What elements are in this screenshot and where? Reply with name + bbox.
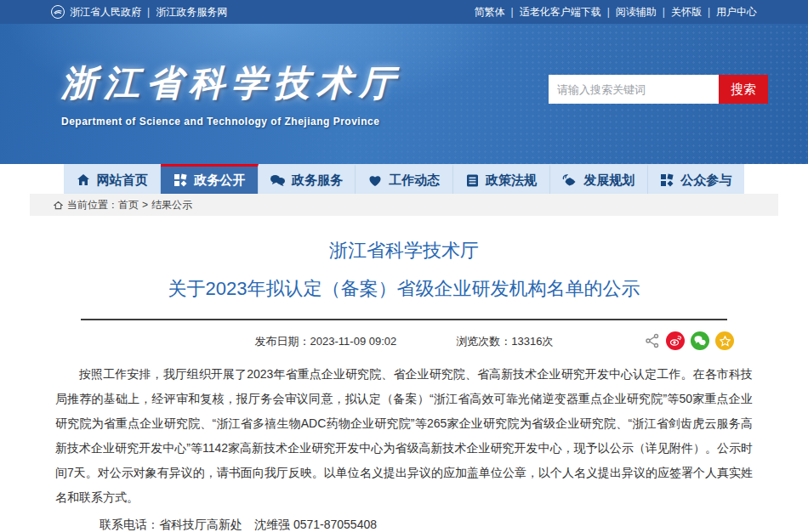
topbar-separator: | — [147, 6, 150, 18]
contact-info: 联系电话：省科技厅高新处 沈维强 0571-87055408 监督电话：省科技厅… — [55, 513, 753, 532]
site-logo[interactable]: 浙江省科学技术厅 Department of Science and Techn… — [61, 59, 401, 127]
nav-item-public-participation[interactable]: 公众参与 — [648, 164, 744, 194]
article-content: 浙江省科学技术厅 关于2023年拟认定（备案）省级企业研发机构名单的公示 发布日… — [55, 216, 753, 532]
handshake-icon — [562, 174, 577, 187]
link-user-center[interactable]: 用户中心 — [716, 5, 757, 20]
nav-item-development-plans[interactable]: 发展规划 — [550, 164, 647, 194]
link-zhejiang-service[interactable]: 浙江政务服务网 — [156, 5, 227, 20]
search-box: 搜索 — [549, 75, 768, 104]
document-icon — [466, 174, 479, 187]
breadcrumb-home-icon — [54, 201, 63, 210]
site-subtitle-english: Department of Science and Technology of … — [61, 116, 401, 127]
nav-label: 网站首页 — [97, 173, 148, 189]
public-participation-icon — [660, 173, 674, 187]
wechat-share-icon[interactable] — [691, 331, 709, 350]
share-icon[interactable] — [645, 333, 660, 348]
share-buttons — [645, 331, 734, 350]
breadcrumb: 当前位置： 首页 > 结果公示 — [30, 194, 778, 216]
nav-item-policies[interactable]: 政策法规 — [453, 164, 550, 194]
link-elderly-client-download[interactable]: 适老化客户端下载 — [520, 5, 601, 20]
article-title-line2: 关于2023年拟认定（备案）省级企业研发机构名单的公示 — [55, 276, 753, 302]
breadcrumb-current: 结果公示 — [151, 198, 192, 212]
link-care-version[interactable]: 关怀版 — [671, 5, 702, 20]
topbar-left-links: 浙江省人民政府 | 浙江政务服务网 — [51, 5, 227, 20]
weibo-share-icon[interactable] — [666, 331, 685, 350]
search-input[interactable] — [549, 75, 719, 104]
qzone-share-icon[interactable] — [715, 331, 734, 350]
chat-bubbles-icon — [270, 174, 285, 187]
main-navigation: 网站首页 政务公开 政务服务 工作动态 政策法规 发展规划 公众参与 — [64, 164, 744, 194]
site-title: 浙江省科学技术厅 — [61, 59, 401, 107]
nav-label: 政务服务 — [292, 173, 343, 189]
article-title-line1: 浙江省科学技术厅 — [55, 238, 753, 263]
nav-item-gov-services[interactable]: 政务服务 — [259, 164, 356, 194]
header-banner: 浙江省科学技术厅 Department of Science and Techn… — [0, 24, 808, 164]
article-meta: 发布日期：2023-11-09 09:02 浏览次数：13316次 — [55, 331, 753, 352]
link-reading-assist[interactable]: 阅读辅助 — [616, 5, 657, 20]
nav-label: 工作动态 — [389, 173, 440, 189]
nav-label: 政务公开 — [194, 173, 245, 189]
home-icon — [77, 173, 90, 187]
gov-emblem-icon — [51, 5, 65, 19]
link-zhejiang-gov[interactable]: 浙江省人民政府 — [70, 5, 141, 20]
article-paragraph: 按照工作安排，我厅组织开展了2023年省重点企业研究院、省企业研究院、省高新技术… — [55, 362, 753, 510]
publish-date: 发布日期：2023-11-09 09:02 — [255, 334, 397, 349]
topbar-right-links: 简繁体 | 适老化客户端下载 | 阅读辅助 | 关怀版 | 用户中心 — [475, 5, 758, 20]
breadcrumb-prefix: 当前位置： — [67, 198, 118, 212]
top-utility-bar: 浙江省人民政府 | 浙江政务服务网 简繁体 | 适老化客户端下载 | 阅读辅助 … — [0, 0, 808, 24]
link-simplified-traditional[interactable]: 简繁体 — [475, 5, 505, 20]
nav-item-home[interactable]: 网站首页 — [64, 164, 161, 194]
heart-icon — [368, 174, 382, 187]
nav-label: 政策法规 — [486, 173, 537, 189]
contact-phone: 联系电话：省科技厅高新处 沈维强 0571-87055408 — [100, 513, 753, 532]
breadcrumb-separator: > — [142, 199, 148, 211]
nav-item-gov-disclosure[interactable]: 政务公开 — [161, 164, 258, 194]
view-count: 浏览次数：13316次 — [456, 334, 553, 349]
breadcrumb-home-link[interactable]: 首页 — [118, 198, 139, 212]
nav-label: 发展规划 — [583, 173, 634, 189]
title-divider — [81, 319, 727, 320]
search-button[interactable]: 搜索 — [719, 75, 768, 104]
gov-disclosure-icon — [174, 173, 187, 187]
nav-item-work-updates[interactable]: 工作动态 — [356, 164, 452, 194]
nav-label: 公众参与 — [680, 173, 731, 189]
